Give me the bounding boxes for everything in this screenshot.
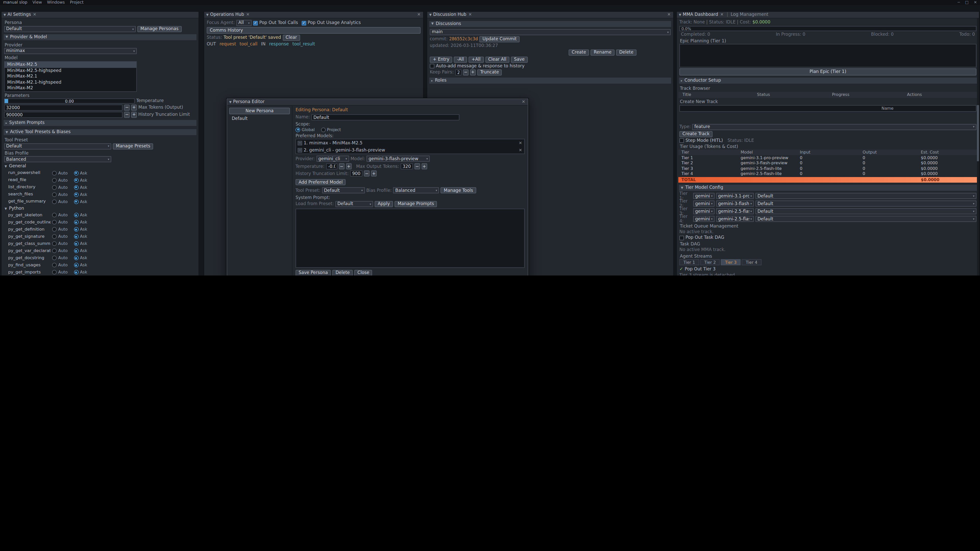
- pop-out-usage-analytics-checkbox[interactable]: [302, 21, 306, 25]
- step-mode-checkbox[interactable]: [679, 138, 684, 143]
- tool-ask-radio[interactable]: [74, 171, 78, 175]
- menu-project[interactable]: Project: [70, 0, 83, 5]
- tool-auto-radio[interactable]: [52, 220, 57, 225]
- stream-tab[interactable]: Tier 3: [721, 259, 741, 265]
- bias-profile-dropdown[interactable]: Balanced▾: [4, 156, 111, 162]
- tool-auto-radio[interactable]: [52, 199, 57, 204]
- manage-presets-button[interactable]: Manage Presets: [113, 143, 153, 149]
- history-decrement-button[interactable]: −: [364, 171, 369, 177]
- group-general[interactable]: ▼General: [2, 163, 199, 170]
- tier-model-dropdown[interactable]: gemini-3.1-pro-preview▾: [716, 193, 754, 199]
- conductor-setup-section[interactable]: ▸Conductor Setup: [678, 77, 977, 84]
- tool-preset-dropdown[interactable]: Default▾: [4, 143, 111, 149]
- focus-agent-dropdown[interactable]: All▾: [236, 20, 251, 26]
- close-icon[interactable]: ✕: [468, 13, 472, 17]
- tool-ask-radio[interactable]: [74, 192, 78, 197]
- menu-view[interactable]: View: [32, 0, 42, 5]
- close-button[interactable]: ✕: [974, 0, 977, 5]
- persona-dropdown[interactable]: Default▾: [4, 26, 136, 32]
- tool-ask-radio[interactable]: [74, 178, 78, 183]
- rename-discussion-button[interactable]: Rename: [590, 49, 614, 56]
- keep-pairs-input[interactable]: [455, 70, 461, 76]
- add-preferred-model-button[interactable]: Add Preferred Model: [296, 179, 346, 186]
- plus-all-button[interactable]: +All: [469, 56, 484, 62]
- tool-ask-radio[interactable]: [74, 270, 78, 275]
- manage-tools-button[interactable]: Manage Tools: [441, 187, 476, 194]
- close-dialog-button[interactable]: Close: [355, 270, 372, 275]
- tool-auto-radio[interactable]: [52, 241, 57, 246]
- tool-auto-radio[interactable]: [52, 227, 57, 232]
- tool-ask-radio[interactable]: [74, 249, 78, 253]
- manage-prompts-button[interactable]: Manage Prompts: [395, 201, 437, 207]
- provider-dropdown[interactable]: gemini_cli▾: [316, 156, 349, 162]
- keep-pairs-decrement-button[interactable]: −: [463, 70, 469, 76]
- preferred-model-row[interactable]: − 2. gemini_cli - gemini-3-flash-preview…: [296, 147, 524, 154]
- keep-pairs-increment-button[interactable]: +: [470, 70, 476, 76]
- tier-preset-dropdown[interactable]: Default▾: [756, 208, 977, 214]
- stream-tab[interactable]: Tier 2: [700, 259, 720, 265]
- clear-status-button[interactable]: Clear: [283, 35, 300, 41]
- collapse-caret-icon[interactable]: ▼: [206, 13, 208, 17]
- apply-button[interactable]: Apply: [375, 201, 393, 207]
- add-entry-button[interactable]: + Entry: [430, 56, 452, 62]
- tool-auto-radio[interactable]: [52, 263, 57, 268]
- preferred-model-row[interactable]: − 1. minimax - MiniMax-M2.5 ✕: [296, 140, 524, 147]
- delete-model-icon[interactable]: ✕: [518, 148, 523, 152]
- roles-section[interactable]: ▸Roles: [429, 77, 672, 84]
- tier-provider-dropdown[interactable]: gemini▾: [693, 193, 714, 199]
- tool-ask-radio[interactable]: [74, 263, 78, 268]
- panel-close-icon[interactable]: ✕: [667, 13, 671, 17]
- max-output-increment-button[interactable]: +: [422, 164, 427, 170]
- max-output-decrement-button[interactable]: −: [414, 164, 420, 170]
- tab-log-management[interactable]: Log Management: [731, 12, 768, 17]
- load-preset-dropdown[interactable]: Default▾: [335, 201, 373, 207]
- pop-out-task-dag-checkbox[interactable]: [679, 236, 684, 240]
- temperature-slider[interactable]: 0.00: [4, 99, 135, 104]
- history-limit-input[interactable]: [4, 112, 123, 118]
- close-icon[interactable]: ✕: [522, 100, 526, 104]
- new-persona-button[interactable]: New Persona: [229, 108, 290, 114]
- clear-all-button[interactable]: Clear All: [485, 56, 509, 62]
- tool-auto-radio[interactable]: [52, 270, 57, 275]
- create-discussion-button[interactable]: Create: [569, 49, 589, 56]
- comms-history-button[interactable]: Comms History: [207, 27, 421, 34]
- minimize-button[interactable]: ─: [958, 0, 960, 5]
- check-icon[interactable]: ✓: [679, 267, 683, 272]
- max-tokens-input[interactable]: [4, 105, 123, 111]
- temperature-decrement-button[interactable]: −: [339, 164, 344, 170]
- persona-list-item[interactable]: Default: [229, 116, 290, 122]
- tool-ask-radio[interactable]: [74, 241, 78, 246]
- scrollbar-thumb[interactable]: [977, 105, 979, 161]
- history-limit-input[interactable]: [350, 171, 363, 177]
- tool-ask-radio[interactable]: [74, 227, 78, 232]
- tool-auto-radio[interactable]: [52, 178, 57, 183]
- persona-name-input[interactable]: [311, 114, 460, 121]
- minus-all-button[interactable]: -All: [454, 56, 467, 62]
- epic-planning-textarea[interactable]: [679, 44, 977, 68]
- max-output-input[interactable]: [401, 164, 413, 170]
- tool-auto-radio[interactable]: [52, 213, 57, 218]
- tool-ask-radio[interactable]: [74, 199, 78, 204]
- tier-preset-dropdown[interactable]: Default▾: [756, 216, 977, 222]
- truncate-button[interactable]: Truncate: [477, 70, 502, 76]
- collapse-caret-icon[interactable]: ▼: [679, 13, 681, 17]
- provider-dropdown[interactable]: minimax▾: [4, 48, 137, 54]
- tier-model-dropdown[interactable]: gemini-2.5-flash-lite▾: [716, 216, 754, 222]
- auto-add-checkbox[interactable]: [430, 64, 434, 68]
- remove-icon[interactable]: −: [298, 141, 302, 145]
- model-list-item[interactable]: MiniMax-M2: [5, 85, 136, 91]
- delete-discussion-button[interactable]: Delete: [616, 49, 636, 56]
- tab-mma-dashboard[interactable]: MMA Dashboard: [682, 12, 718, 17]
- create-track-button[interactable]: Create Track: [679, 131, 713, 137]
- tool-ask-radio[interactable]: [74, 220, 78, 225]
- tier-provider-dropdown[interactable]: gemini▾: [693, 216, 714, 222]
- tier-provider-dropdown[interactable]: gemini▾: [693, 208, 714, 214]
- max-tokens-increment-button[interactable]: +: [131, 105, 137, 111]
- system-prompt-textarea[interactable]: [296, 209, 525, 268]
- close-icon[interactable]: ✕: [32, 13, 37, 17]
- tool-ask-radio[interactable]: [74, 234, 78, 239]
- tier-model-dropdown[interactable]: gemini-2.5-flash-lite▾: [716, 208, 754, 214]
- panel-close-icon[interactable]: ✕: [417, 13, 421, 17]
- history-limit-increment-button[interactable]: +: [131, 112, 137, 118]
- track-type-dropdown[interactable]: feature▾: [692, 124, 977, 130]
